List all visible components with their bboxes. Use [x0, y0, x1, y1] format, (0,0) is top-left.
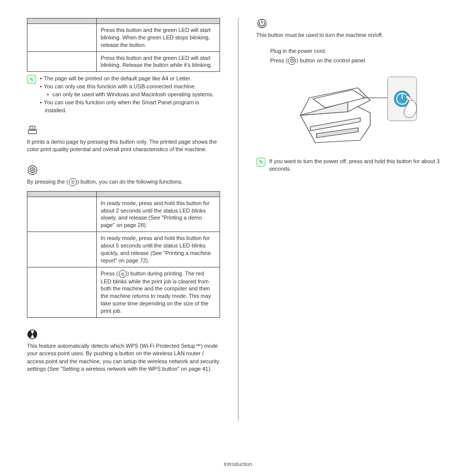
demo-paragraph: It prints a demo page by pressing this b…: [27, 138, 220, 154]
table-row: Press this button and the green LED will…: [27, 51, 220, 72]
note-indent-suffix: can only be used with Windows and Macint…: [51, 91, 214, 97]
table2-r2c1: [27, 232, 97, 267]
page-columns: Press this button and the green LED will…: [0, 0, 476, 436]
note-icon: [27, 75, 36, 84]
power-intro: This button must be used to turn the mac…: [256, 31, 450, 39]
table2-r2c2: In ready mode, press and hold this butto…: [96, 232, 220, 267]
power-note-block: If you want to turn the power off, press…: [256, 158, 450, 173]
column-divider: [238, 18, 238, 421]
svg-point-3: [28, 166, 37, 175]
table1-header-1: [27, 18, 97, 24]
cancel-line-before: By pressing the: [27, 179, 66, 185]
note-list-1: The page will be printed on the default …: [40, 75, 220, 115]
table1-header-2: [96, 18, 220, 24]
power-note-text: If you want to turn the power off, press…: [269, 158, 450, 173]
step2-after: button on the control panel.: [300, 57, 366, 63]
note-item: The page will be printed on the default …: [40, 75, 220, 83]
screen-print-table: Press this button and the green LED will…: [27, 18, 220, 72]
power-icon: [256, 18, 450, 30]
step2-before: Press: [270, 57, 286, 63]
svg-marker-5: [31, 169, 33, 171]
printer-diagram: [285, 68, 420, 153]
note-icon: [256, 158, 265, 167]
table2-r3c1: [27, 267, 97, 317]
right-column: This button must be used to turn the mac…: [256, 18, 450, 421]
cancel-functions-table: In ready mode, press and hold this butto…: [27, 191, 220, 318]
table-row: Press (◎) button during printing. The re…: [27, 267, 220, 317]
table-row: In ready mode, press and hold this butto…: [27, 232, 220, 267]
row3-suffix: button during printing. The red LED blin…: [101, 270, 211, 314]
cancel-inline-icon: ◎: [69, 178, 77, 186]
table2-header-1: [27, 191, 97, 197]
svg-text:A: A: [31, 127, 33, 130]
step-2: Press (⏻) button on the control panel.: [256, 56, 450, 65]
note-item: You can only use this function with a US…: [40, 83, 220, 91]
note-block-1: The page will be printed on the default …: [27, 75, 220, 115]
cancel-intro-line: By pressing the (◎) button, you can do t…: [27, 178, 220, 186]
table2-r1c1: [27, 197, 97, 232]
note-item: can only be used with Windows and Macint…: [40, 91, 220, 99]
step-1: Plug in the power cord.: [256, 47, 450, 55]
table1-r1c2: Press this button and the green LED will…: [96, 24, 220, 52]
demo-page-icon: A: [27, 126, 220, 137]
cancel-inline-icon: ◎: [119, 270, 127, 278]
table1-r2c2: Press this button and the green LED will…: [96, 51, 220, 72]
table1-r1c1: [27, 24, 97, 52]
cancel-line-after: button, you can do the following functio…: [80, 179, 183, 185]
table1-r2c1: [27, 51, 97, 72]
note-item: You can use this function only when the …: [40, 99, 220, 115]
wps-icon: [27, 329, 220, 341]
power-inline-icon: ⏻: [288, 57, 296, 65]
table2-r1c2: In ready mode, press and hold this butto…: [96, 197, 220, 232]
table-row: Press this button and the green LED will…: [27, 24, 220, 52]
table2-header-2: [96, 191, 220, 197]
wps-paragraph: This feature automatically detects which…: [27, 342, 220, 373]
table-row: In ready mode, press and hold this butto…: [27, 197, 220, 232]
row3-prefix: Press: [101, 270, 116, 276]
table2-r3c2: Press (◎) button during printing. The re…: [96, 267, 220, 317]
left-column: Press this button and the green LED will…: [27, 18, 220, 421]
cancel-icon: [27, 165, 220, 177]
page-footer: Introduction: [0, 461, 476, 467]
